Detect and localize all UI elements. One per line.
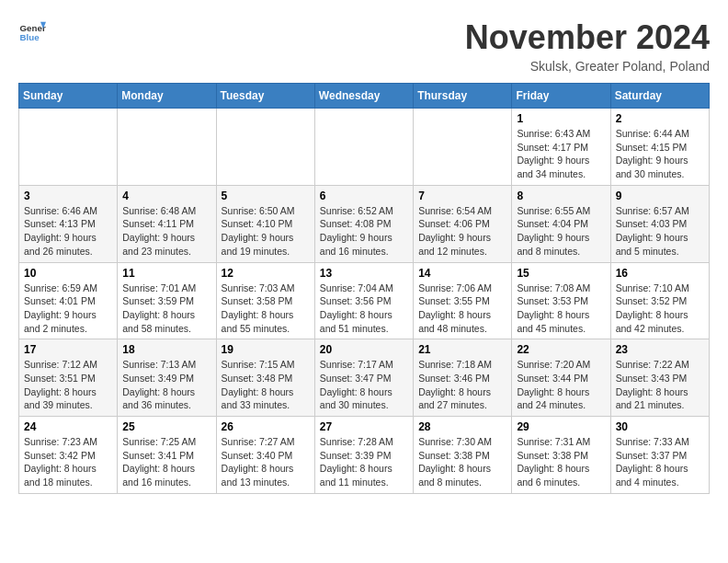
- day-number: 30: [616, 420, 704, 433]
- calendar-cell-w2-d2: 4Sunrise: 6:48 AM Sunset: 4:11 PM Daylig…: [118, 185, 216, 262]
- day-number: 26: [222, 420, 310, 433]
- day-info: Sunrise: 6:46 AM Sunset: 4:13 PM Dayligh…: [24, 204, 112, 259]
- day-info: Sunrise: 6:43 AM Sunset: 4:17 PM Dayligh…: [517, 127, 605, 181]
- day-info: Sunrise: 7:31 AM Sunset: 3:38 PM Dayligh…: [517, 435, 605, 489]
- day-number: 14: [418, 267, 506, 280]
- calendar-cell-w3-d5: 14Sunrise: 7:06 AM Sunset: 3:55 PM Dayli…: [414, 262, 512, 339]
- day-info: Sunrise: 7:03 AM Sunset: 3:58 PM Dayligh…: [222, 282, 310, 336]
- calendar-cell-w2-d7: 9Sunrise: 6:57 AM Sunset: 4:03 PM Daylig…: [610, 185, 709, 262]
- calendar-cell-w1-d1: [19, 109, 118, 186]
- calendar-cell-w4-d6: 22Sunrise: 7:20 AM Sunset: 3:44 PM Dayli…: [512, 339, 610, 417]
- calendar-header: SundayMondayTuesdayWednesdayThursdayFrid…: [19, 84, 710, 109]
- day-number: 11: [122, 267, 210, 280]
- day-number: 2: [616, 112, 704, 125]
- day-number: 7: [418, 190, 506, 202]
- calendar-cell-w5-d7: 30Sunrise: 7:33 AM Sunset: 3:37 PM Dayli…: [610, 417, 709, 494]
- day-info: Sunrise: 7:33 AM Sunset: 3:37 PM Dayligh…: [616, 435, 704, 489]
- day-number: 20: [320, 343, 408, 356]
- day-info: Sunrise: 6:48 AM Sunset: 4:11 PM Dayligh…: [122, 204, 210, 259]
- day-info: Sunrise: 7:13 AM Sunset: 3:49 PM Dayligh…: [122, 358, 210, 412]
- header: General Blue November 2024 Skulsk, Great…: [18, 18, 710, 74]
- calendar-cell-w3-d3: 12Sunrise: 7:03 AM Sunset: 3:58 PM Dayli…: [216, 262, 314, 339]
- calendar-cell-w2-d1: 3Sunrise: 6:46 AM Sunset: 4:13 PM Daylig…: [19, 185, 118, 262]
- calendar-cell-w2-d3: 5Sunrise: 6:50 AM Sunset: 4:10 PM Daylig…: [216, 185, 314, 262]
- header-thursday: Thursday: [414, 84, 512, 109]
- calendar-cell-w5-d5: 28Sunrise: 7:30 AM Sunset: 3:38 PM Dayli…: [414, 417, 512, 494]
- header-friday: Friday: [512, 84, 610, 109]
- week-row-3: 10Sunrise: 6:59 AM Sunset: 4:01 PM Dayli…: [19, 262, 710, 339]
- calendar-cell-w1-d3: [216, 109, 314, 186]
- day-number: 5: [222, 190, 310, 202]
- calendar-cell-w1-d2: [118, 109, 216, 186]
- day-info: Sunrise: 6:50 AM Sunset: 4:10 PM Dayligh…: [222, 204, 310, 259]
- week-row-1: 1Sunrise: 6:43 AM Sunset: 4:17 PM Daylig…: [19, 109, 710, 186]
- calendar-cell-w1-d7: 2Sunrise: 6:44 AM Sunset: 4:15 PM Daylig…: [610, 109, 709, 186]
- day-number: 15: [517, 267, 605, 280]
- day-number: 12: [222, 267, 310, 280]
- day-info: Sunrise: 7:12 AM Sunset: 3:51 PM Dayligh…: [24, 358, 112, 412]
- day-info: Sunrise: 7:30 AM Sunset: 3:38 PM Dayligh…: [418, 435, 506, 489]
- header-sunday: Sunday: [19, 84, 118, 109]
- calendar-cell-w5-d4: 27Sunrise: 7:28 AM Sunset: 3:39 PM Dayli…: [314, 417, 413, 494]
- day-headers-row: SundayMondayTuesdayWednesdayThursdayFrid…: [19, 84, 710, 109]
- calendar-cell-w4-d7: 23Sunrise: 7:22 AM Sunset: 3:43 PM Dayli…: [610, 339, 709, 417]
- day-info: Sunrise: 7:15 AM Sunset: 3:48 PM Dayligh…: [222, 358, 310, 412]
- day-number: 9: [616, 190, 704, 202]
- month-title: November 2024: [465, 18, 710, 57]
- week-row-4: 17Sunrise: 7:12 AM Sunset: 3:51 PM Dayli…: [19, 339, 710, 417]
- header-monday: Monday: [118, 84, 216, 109]
- day-number: 24: [24, 420, 112, 433]
- day-number: 19: [222, 343, 310, 356]
- logo: General Blue: [18, 18, 46, 46]
- header-wednesday: Wednesday: [314, 84, 413, 109]
- day-info: Sunrise: 7:22 AM Sunset: 3:43 PM Dayligh…: [616, 358, 704, 412]
- header-saturday: Saturday: [610, 84, 709, 109]
- day-number: 10: [24, 267, 112, 280]
- day-number: 1: [517, 112, 605, 125]
- day-number: 27: [320, 420, 408, 433]
- calendar-cell-w4-d1: 17Sunrise: 7:12 AM Sunset: 3:51 PM Dayli…: [19, 339, 118, 417]
- day-number: 16: [616, 267, 704, 280]
- day-number: 25: [122, 420, 210, 433]
- day-info: Sunrise: 7:25 AM Sunset: 3:41 PM Dayligh…: [122, 435, 210, 489]
- day-info: Sunrise: 7:08 AM Sunset: 3:53 PM Dayligh…: [517, 282, 605, 336]
- calendar-cell-w1-d6: 1Sunrise: 6:43 AM Sunset: 4:17 PM Daylig…: [512, 109, 610, 186]
- calendar-table: SundayMondayTuesdayWednesdayThursdayFrid…: [18, 83, 710, 494]
- day-number: 4: [122, 190, 210, 202]
- day-info: Sunrise: 7:04 AM Sunset: 3:56 PM Dayligh…: [320, 282, 408, 336]
- calendar-cell-w3-d6: 15Sunrise: 7:08 AM Sunset: 3:53 PM Dayli…: [512, 262, 610, 339]
- day-number: 17: [24, 343, 112, 356]
- calendar-cell-w4-d5: 21Sunrise: 7:18 AM Sunset: 3:46 PM Dayli…: [414, 339, 512, 417]
- calendar-cell-w5-d2: 25Sunrise: 7:25 AM Sunset: 3:41 PM Dayli…: [118, 417, 216, 494]
- day-info: Sunrise: 7:28 AM Sunset: 3:39 PM Dayligh…: [320, 435, 408, 489]
- week-row-2: 3Sunrise: 6:46 AM Sunset: 4:13 PM Daylig…: [19, 185, 710, 262]
- day-number: 29: [517, 420, 605, 433]
- day-info: Sunrise: 7:20 AM Sunset: 3:44 PM Dayligh…: [517, 358, 605, 412]
- day-info: Sunrise: 7:10 AM Sunset: 3:52 PM Dayligh…: [616, 282, 704, 336]
- location-subtitle: Skulsk, Greater Poland, Poland: [465, 59, 710, 74]
- day-info: Sunrise: 6:44 AM Sunset: 4:15 PM Dayligh…: [616, 127, 704, 181]
- day-info: Sunrise: 7:23 AM Sunset: 3:42 PM Dayligh…: [24, 435, 112, 489]
- day-number: 22: [517, 343, 605, 356]
- day-info: Sunrise: 6:54 AM Sunset: 4:06 PM Dayligh…: [418, 204, 506, 259]
- calendar-body: 1Sunrise: 6:43 AM Sunset: 4:17 PM Daylig…: [19, 109, 710, 494]
- day-number: 28: [418, 420, 506, 433]
- calendar-cell-w5-d3: 26Sunrise: 7:27 AM Sunset: 3:40 PM Dayli…: [216, 417, 314, 494]
- calendar-cell-w3-d7: 16Sunrise: 7:10 AM Sunset: 3:52 PM Dayli…: [610, 262, 709, 339]
- logo-icon: General Blue: [18, 18, 46, 46]
- day-number: 6: [320, 190, 408, 202]
- calendar-cell-w4-d4: 20Sunrise: 7:17 AM Sunset: 3:47 PM Dayli…: [314, 339, 413, 417]
- day-info: Sunrise: 7:18 AM Sunset: 3:46 PM Dayligh…: [418, 358, 506, 412]
- calendar-cell-w2-d5: 7Sunrise: 6:54 AM Sunset: 4:06 PM Daylig…: [414, 185, 512, 262]
- calendar-cell-w4-d3: 19Sunrise: 7:15 AM Sunset: 3:48 PM Dayli…: [216, 339, 314, 417]
- calendar-cell-w1-d4: [314, 109, 413, 186]
- day-number: 21: [418, 343, 506, 356]
- day-info: Sunrise: 6:55 AM Sunset: 4:04 PM Dayligh…: [517, 204, 605, 259]
- day-number: 23: [616, 343, 704, 356]
- calendar-cell-w3-d2: 11Sunrise: 7:01 AM Sunset: 3:59 PM Dayli…: [118, 262, 216, 339]
- day-number: 18: [122, 343, 210, 356]
- day-info: Sunrise: 7:06 AM Sunset: 3:55 PM Dayligh…: [418, 282, 506, 336]
- day-info: Sunrise: 6:52 AM Sunset: 4:08 PM Dayligh…: [320, 204, 408, 259]
- calendar-cell-w1-d5: [414, 109, 512, 186]
- calendar-cell-w3-d4: 13Sunrise: 7:04 AM Sunset: 3:56 PM Dayli…: [314, 262, 413, 339]
